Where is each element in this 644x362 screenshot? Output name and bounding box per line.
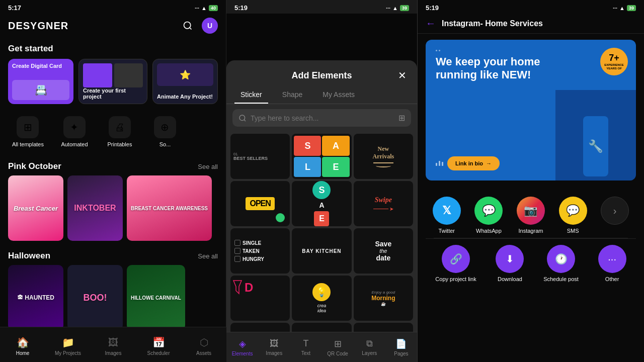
sticker-open[interactable]: OPEN <box>230 181 290 226</box>
sticker-sale[interactable]: S A L E <box>292 134 351 179</box>
images-icon: 🖼 <box>108 337 118 348</box>
battery-badge-1: 40 <box>209 5 218 11</box>
card-animate[interactable]: ⭐ Animate Any Project! <box>152 59 218 104</box>
sticker-checklist[interactable]: SINGLE TAKEN HUNGRY <box>230 228 290 274</box>
assets-icon: ⬡ <box>200 336 208 348</box>
text-icon: T <box>303 338 308 349</box>
sticker-save-date[interactable]: Save the date <box>354 228 413 274</box>
pink-october-see-all[interactable]: See all <box>198 163 218 170</box>
my-projects-icon: 📁 <box>62 336 74 348</box>
qa-automated-label: Automated <box>61 141 88 147</box>
download-btn[interactable]: ⬇ Download <box>496 245 524 282</box>
svg-point-0 <box>184 22 191 29</box>
halloween-see-all[interactable]: See all <box>198 252 218 260</box>
qa-all-label: All templates <box>12 141 44 147</box>
share-twitter[interactable]: 𝕏 Twitter <box>433 197 461 234</box>
nav-my-projects[interactable]: 📁 My Projects <box>45 327 91 362</box>
tab-shape[interactable]: Shape <box>276 86 308 104</box>
nav-images-2[interactable]: 🖼 Images <box>258 332 290 362</box>
nav-layers[interactable]: ⧉ Layers <box>354 332 385 362</box>
qa-printables-label: Printables <box>108 141 132 147</box>
nav-assets[interactable]: ⬡ Assets <box>181 327 226 362</box>
nav-scheduler[interactable]: 📅 Scheduler <box>136 327 181 362</box>
user-avatar[interactable]: U <box>202 18 218 34</box>
status-icons-2: ··· ▲ 39 <box>386 5 409 11</box>
tab-my-assets[interactable]: My Assets <box>316 86 361 104</box>
other-btn[interactable]: ··· Other <box>598 245 626 282</box>
pink-tmpl-3[interactable]: BREAST CANCER AWARENESS <box>127 175 212 241</box>
whatsapp-label: WhatsApp <box>476 228 502 234</box>
card-first-project[interactable]: Create your first project <box>78 59 147 104</box>
qa-printables[interactable]: 🖨 Printables <box>97 112 142 151</box>
back-button[interactable]: ← <box>426 18 436 29</box>
header-icons: U <box>180 18 218 34</box>
sticker-funnel[interactable]: D <box>230 276 290 321</box>
instagram-icon-circle: 📷 <box>517 197 545 225</box>
qa-all-templates[interactable]: ⊞ All templates <box>4 112 52 151</box>
more-icon: ⊕ <box>154 116 176 138</box>
card-digital[interactable]: Create Digital Card 📇 <box>8 59 73 104</box>
qa-automated[interactable]: ✦ Automated <box>52 112 97 151</box>
schedule-post-btn[interactable]: 🕐 Schedule post <box>543 245 579 282</box>
status-icons-3: ··· ▲ 39 <box>613 5 636 11</box>
elements-icon: ◈ <box>239 338 246 349</box>
preview-left: We keep your home running like NEW! Link… <box>426 40 555 180</box>
share-sms[interactable]: 💬 SMS <box>559 197 587 234</box>
sticker-speedometer[interactable] <box>292 323 351 332</box>
halloween-tmpl-3[interactable]: HILLOWE CARNIVAL <box>127 265 185 330</box>
sticker-bay-kitchen[interactable]: BAY KITCHEN <box>292 228 351 274</box>
share-section: 𝕏 Twitter 💬 WhatsApp 📷 Instagram 💬 <box>418 187 644 294</box>
halloween-tmpl-2[interactable]: BOO! <box>67 265 123 330</box>
home-icon: 🏠 <box>17 336 29 348</box>
pink-tmpl-1[interactable]: Breast Cancer <box>8 175 63 241</box>
sticker-sale2[interactable]: S A E <box>292 181 351 226</box>
halloween-tmpl-1[interactable]: 🏚 HAUNTED <box>8 265 63 330</box>
nav-qr-label: QR Code <box>327 351 348 356</box>
sticker-bestsellers[interactable]: 01. BEST SELLERS <box>230 134 290 179</box>
sticker-new-arrivals[interactable]: New Arrivals <box>354 134 413 179</box>
instagram-icon: 📷 <box>524 204 537 217</box>
nav-images[interactable]: 🖼 Images <box>91 327 136 362</box>
nav-pages[interactable]: 📄 Pages <box>385 332 417 362</box>
pink-october-header: Pink October See all <box>0 157 226 173</box>
tab-sticker[interactable]: Sticker <box>234 86 268 104</box>
search-bar: ⊞ <box>232 109 411 127</box>
grid-view-icon[interactable]: ⊞ <box>398 113 405 123</box>
nav-qr-code[interactable]: ⊞ QR Code <box>322 332 354 362</box>
copy-link-btn[interactable]: 🔗 Copy project link <box>435 245 476 282</box>
page-title: Instagram- Home Services <box>442 19 543 28</box>
sticker-home[interactable]: HOME <box>230 323 290 332</box>
pink-tmpl-2[interactable]: INKTOBER <box>67 175 123 241</box>
link-in-bio-btn[interactable]: Link in bio → <box>447 156 500 170</box>
nav-text[interactable]: T Text <box>290 332 321 362</box>
qa-more[interactable]: ⊕ So... <box>142 112 188 151</box>
link-in-bio-label: Link in bio <box>455 160 483 166</box>
battery-badge-2: 39 <box>400 5 409 11</box>
share-whatsapp[interactable]: 💬 WhatsApp <box>474 197 503 234</box>
nav-elements[interactable]: ◈ Elements <box>226 332 258 362</box>
close-button[interactable]: ✕ <box>395 68 409 82</box>
nav-elements-label: Elements <box>232 351 253 356</box>
home-scroll: Get started Create Digital Card 📇 Create… <box>0 38 226 362</box>
sticker-morning[interactable]: Enjoy a good Morning ☕ <box>354 276 413 321</box>
modal-title: Add Elements <box>249 70 395 81</box>
share-more-arrow[interactable]: › <box>601 197 629 234</box>
svg-point-2 <box>239 115 245 121</box>
badge-text: EXPERIENCE YEARS OF <box>600 63 628 70</box>
sticker-swipe[interactable]: Swipe ➤ <box>354 181 413 226</box>
share-instagram[interactable]: 📷 Instagram <box>517 197 545 234</box>
preview-card: We keep your home running like NEW! Link… <box>426 40 636 180</box>
search-button[interactable] <box>180 18 196 34</box>
schedule-icon: 🕐 <box>555 253 568 265</box>
modal-overlay: Add Elements ✕ Sticker Shape My Assets ⊞ <box>226 14 417 362</box>
experience-badge: 7+ EXPERIENCE YEARS OF <box>600 48 628 75</box>
status-bar-1: 5:17 ··· ▲ 40 <box>0 0 226 14</box>
nav-scheduler-label: Scheduler <box>147 350 170 356</box>
sms-icon: 💬 <box>566 204 580 217</box>
nav-home[interactable]: 🏠 Home <box>0 327 45 362</box>
search-input[interactable] <box>251 114 394 122</box>
share-row-1: 𝕏 Twitter 💬 WhatsApp 📷 Instagram 💬 <box>426 193 636 238</box>
sticker-idea[interactable]: 💡 crea idea <box>292 276 351 321</box>
sticker-enjoy[interactable]: ENJOY <box>354 323 413 332</box>
badge-number: 7+ <box>609 53 619 63</box>
